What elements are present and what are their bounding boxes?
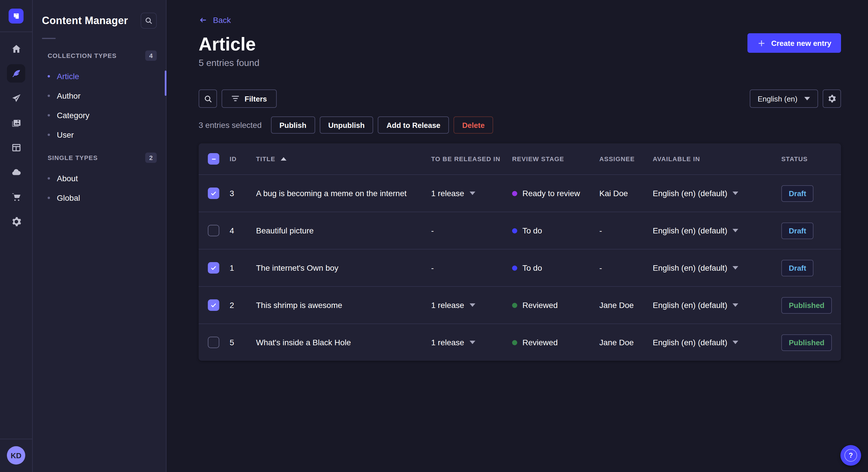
nav-rail: KD: [0, 0, 33, 472]
publish-button[interactable]: Publish: [271, 116, 315, 134]
sidebar-item-about[interactable]: About: [42, 169, 157, 188]
column-header-review-stage[interactable]: REVIEW STAGE: [512, 156, 599, 162]
bullet-icon: [48, 75, 50, 77]
column-header-title[interactable]: TITLE: [256, 156, 286, 162]
strapi-logo-icon[interactable]: [9, 9, 24, 24]
table-row[interactable]: 3 A bug is becoming a meme on the intern…: [198, 174, 841, 212]
cell-title: A bug is becoming a meme on the internet: [256, 189, 431, 198]
settings-gear-icon[interactable]: [7, 212, 25, 231]
sidebar-item-author[interactable]: Author: [42, 86, 157, 105]
chevron-down-icon: [804, 97, 810, 100]
view-settings-button[interactable]: [823, 90, 841, 108]
table-row[interactable]: 5 What's inside a Black Hole 1 release R…: [198, 324, 841, 361]
entries-table: ID TITLE TO BE RELEASED IN REVIEW STAGE …: [198, 143, 841, 361]
sidebar-section: SINGLE TYPES2AboutGlobal: [42, 153, 157, 208]
status-badge: Draft: [781, 185, 814, 202]
cell-available-in[interactable]: English (en) (default): [653, 338, 738, 347]
check-icon: [210, 302, 217, 308]
cell-title: Beautiful picture: [256, 226, 431, 235]
cell-review-stage: To do: [512, 264, 542, 273]
cell-title: What's inside a Black Hole: [256, 338, 431, 347]
check-icon: [210, 264, 217, 271]
sidebar-item-article[interactable]: Article: [42, 67, 157, 86]
chevron-down-icon: [733, 229, 738, 232]
column-header-status[interactable]: STATUS: [781, 156, 832, 162]
table-row[interactable]: 4 Beautiful picture - To do - English (e…: [198, 212, 841, 249]
sidebar-title: Content Manager: [42, 14, 128, 27]
check-icon: [210, 190, 217, 197]
chevron-down-icon: [733, 192, 738, 195]
chevron-down-icon: [469, 341, 475, 344]
cell-release[interactable]: 1 release: [431, 189, 475, 198]
cell-available-in[interactable]: English (en) (default): [653, 301, 738, 310]
status-badge: Draft: [781, 222, 814, 239]
bullet-icon: [48, 177, 50, 179]
cell-assignee: Jane Doe: [599, 301, 653, 310]
list-toolbar: Filters English (en): [198, 90, 841, 108]
row-checkbox[interactable]: [208, 188, 219, 199]
rail-bottom: KD: [0, 439, 32, 472]
cell-release[interactable]: 1 release: [431, 338, 475, 347]
select-all-checkbox[interactable]: [208, 153, 219, 165]
column-header-assignee[interactable]: ASSIGNEE: [599, 156, 653, 162]
bullet-icon: [48, 95, 50, 97]
home-icon[interactable]: [7, 40, 25, 58]
cell-available-in[interactable]: English (en) (default): [653, 263, 738, 272]
locale-select[interactable]: English (en): [750, 90, 818, 108]
add-to-release-button[interactable]: Add to Release: [378, 116, 449, 134]
cell-id: 1: [229, 263, 256, 272]
cell-available-in[interactable]: English (en) (default): [653, 189, 738, 198]
cell-release[interactable]: -: [431, 226, 434, 235]
rail-nav: [7, 32, 25, 231]
sidebar-item-global[interactable]: Global: [42, 188, 157, 208]
cell-title: This shrimp is awesome: [256, 301, 431, 310]
table-header-row: ID TITLE TO BE RELEASED IN REVIEW STAGE …: [198, 143, 841, 174]
table-row[interactable]: 2 This shrimp is awesome 1 release Revie…: [198, 286, 841, 324]
sidebar-item-category[interactable]: Category: [42, 105, 157, 125]
rail-divider: [0, 439, 32, 439]
entries-count: 5 entries found: [198, 58, 841, 68]
table-row[interactable]: 1 The internet's Own boy - To do - Engli…: [198, 249, 841, 286]
help-button[interactable]: ?: [840, 445, 861, 466]
row-checkbox[interactable]: [208, 299, 219, 311]
row-checkbox[interactable]: [208, 225, 219, 236]
selection-bar: 3 entries selected Publish Unpublish Add…: [198, 116, 841, 134]
sidebar-search-button[interactable]: [141, 12, 157, 29]
create-new-entry-button[interactable]: Create new entry: [748, 33, 841, 53]
chevron-down-icon: [469, 303, 475, 307]
cell-release[interactable]: -: [431, 263, 434, 272]
search-button[interactable]: [198, 90, 217, 108]
selection-count: 3 entries selected: [198, 121, 261, 130]
filters-button[interactable]: Filters: [222, 90, 277, 108]
marketplace-cart-icon[interactable]: [7, 188, 25, 206]
sort-asc-icon: [280, 157, 286, 161]
releases-paper-plane-icon[interactable]: [7, 89, 25, 107]
delete-button[interactable]: Delete: [454, 116, 493, 134]
media-library-icon[interactable]: [7, 113, 25, 132]
unpublish-button[interactable]: Unpublish: [319, 116, 373, 134]
column-header-available-in[interactable]: AVAILABLE IN: [653, 156, 781, 162]
deploy-cloud-icon[interactable]: [7, 163, 25, 181]
app-window: KD Content Manager COLLECTION TYPES4Arti…: [0, 0, 868, 472]
column-header-id[interactable]: ID: [229, 156, 256, 162]
section-label: COLLECTION TYPES: [48, 52, 117, 59]
row-checkbox[interactable]: [208, 337, 219, 348]
column-header-release[interactable]: TO BE RELEASED IN: [431, 156, 512, 162]
content-type-builder-icon[interactable]: [7, 138, 25, 157]
sidebar-item-user[interactable]: User: [42, 125, 157, 144]
row-checkbox[interactable]: [208, 262, 219, 274]
gear-icon: [827, 94, 836, 103]
cell-release[interactable]: 1 release: [431, 301, 475, 310]
cell-assignee: -: [599, 263, 653, 272]
sidebar-divider: [42, 38, 56, 39]
section-count-badge: 4: [145, 50, 157, 61]
bullet-icon: [48, 197, 50, 199]
bullet-icon: [48, 134, 50, 136]
cell-assignee: Kai Doe: [599, 189, 653, 198]
content-manager-feather-icon[interactable]: [7, 64, 25, 82]
cell-available-in[interactable]: English (en) (default): [653, 226, 738, 235]
back-link[interactable]: Back: [198, 15, 231, 25]
cell-id: 5: [229, 338, 256, 347]
back-label: Back: [213, 15, 231, 25]
user-avatar[interactable]: KD: [7, 446, 25, 465]
